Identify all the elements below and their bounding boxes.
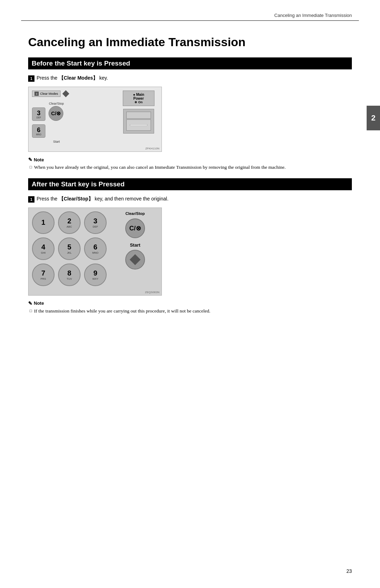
note-icon-1: ✎ [28,157,32,162]
main-power-box: ● MainPower On [123,91,154,106]
key-3: 3 DEF [32,107,45,121]
note-section-2: ✎ Note □ If the transmission finishes wh… [28,301,352,315]
header-title-text: Canceling an Immediate Transmission [274,13,352,18]
start-label-p2: Start [130,242,140,248]
key-6: 6 MNO [32,124,45,138]
note-item-2: □ If the transmission finishes while you… [28,308,352,315]
note-text-1: When you have already set the original, … [34,164,286,171]
c-stop-button: C/⊗ [49,106,63,121]
main-power-text: ● MainPower [127,93,150,100]
numpad-key-7: 7 PRS [32,264,55,286]
section-after: After the Start key is Pressed 1 Press t… [28,178,352,315]
numpad-key-5: 5 JKL [58,237,81,260]
clear-modes-text: Clear Modes [40,92,58,95]
chapter-tab: 2 [367,106,380,130]
start-diamond-icon [129,254,140,265]
header-rule [21,20,359,21]
clear-modes-label: 3 Clear Modes [32,91,61,97]
note-title-2: ✎ Note [28,301,352,306]
main-title: Canceling an Immediate Transmission [28,35,352,49]
numpad-key-6: 6 MNO [84,237,107,260]
step-number-1: 1 [28,75,34,82]
numpad-key-8: 8 TUV [58,264,81,286]
on-text: On [138,100,143,104]
clear-stop-button-p2: C/⊗ [125,218,145,238]
printer-device [123,109,154,134]
clear-stop-key-label: 【Clear/Stop】 [59,196,93,202]
page-number: 23 [346,568,352,574]
step-text-2: Press the 【Clear/Stop】 key, and then rem… [37,196,169,202]
clear-stop-label: Clear/Stop [49,102,64,105]
section-before: Before the Start key is Pressed 1 Press … [28,57,352,171]
section-before-step1: 1 Press the 【Clear Modes】 key. [28,75,352,82]
panel1-keys-row2: 6 MNO [32,124,116,138]
note-title-1: ✎ Note [28,157,352,162]
c-stop-symbol: C/⊗ [129,224,141,232]
start-text: Start [130,242,140,248]
note-bullet-2: □ [30,308,32,315]
numpad-key-3: 3 DEF [84,211,107,234]
diagram-code-1: ZFKH110N [145,147,159,150]
numpad-key-9: 9 WXY [84,264,107,286]
panel1-left: 3 Clear Modes 3 DEF Clear/Stop C [32,91,116,148]
printer-top [126,112,151,119]
start-label-p1: Start [53,140,116,143]
note-text-2: If the transmission finishes while you a… [34,308,210,315]
page-content: Canceling an Immediate Transmission Befo… [28,28,352,322]
diagram-code-2: ZEQS063N [145,291,159,294]
device-diagram-1: 3 Clear Modes 3 DEF Clear/Stop C [28,87,162,152]
section-before-heading: Before the Start key is Pressed [28,57,352,69]
printer-bottom [126,119,151,131]
numpad-key-4: 4 GHI [32,237,55,260]
step-number-2: 1 [28,196,34,203]
panel1-top-row: 3 Clear Modes [32,91,116,97]
panel2-inner: 1 2 ABC 3 DEF 4 GHI [28,208,162,295]
section-after-heading: After the Start key is Pressed [28,178,352,190]
clear-modes-key-label: 【Clear Modes】 [59,75,98,81]
cm-num-icon: 3 [34,92,39,96]
clear-stop-label-p2: Clear/Stop [125,211,145,216]
clear-stop-text: Clear/Stop [125,211,145,216]
note-bullet-1: □ [30,164,32,171]
panel1-keys-row1: 3 DEF Clear/Stop C/⊗ [32,102,116,121]
printer-paper-slot [130,124,147,126]
device-diagram-2: 1 2 ABC 3 DEF 4 GHI [28,208,162,296]
numpad-grid: 1 2 ABC 3 DEF 4 GHI [32,211,108,292]
on-indicator: On [127,100,150,104]
note-label-1: Note [34,157,44,162]
panel2-right-controls: Clear/Stop C/⊗ Start [108,211,158,292]
note-item-1: □ When you have already set the original… [28,164,352,171]
chapter-tab-number: 2 [371,113,375,123]
section-after-step1: 1 Press the 【Clear/Stop】 key, and then r… [28,196,352,203]
diamond-icon [62,90,69,97]
panel1-right: ● MainPower On [119,91,158,148]
numpad-key-2: 2 ABC [58,211,81,234]
on-dot [135,101,137,103]
note-section-1: ✎ Note □ When you have already set the o… [28,157,352,171]
page-header: Canceling an Immediate Transmission [274,13,352,18]
note-label-2: Note [34,301,44,306]
step-text-1: Press the 【Clear Modes】 key. [37,75,108,81]
start-button-p2 [125,250,145,270]
note-icon-2: ✎ [28,301,32,306]
numpad-key-1: 1 [32,211,55,234]
